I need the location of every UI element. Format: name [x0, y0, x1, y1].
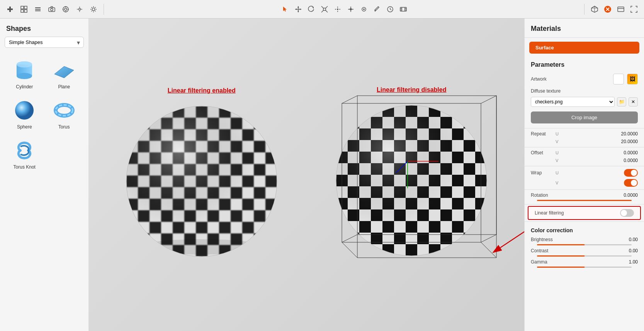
window-icon[interactable]	[615, 4, 626, 15]
svg-line-37	[321, 10, 323, 12]
svg-marker-29	[297, 6, 299, 8]
target-icon[interactable]	[60, 4, 71, 15]
surface-button[interactable]: Surface	[529, 42, 639, 54]
torus-label: Torus	[58, 124, 70, 130]
wrap-u-row: Wrap U	[525, 168, 644, 178]
svg-marker-33	[312, 7, 314, 9]
separator-5	[525, 166, 644, 166]
camera-icon[interactable]	[46, 4, 57, 15]
svg-rect-7	[35, 9, 41, 10]
rotation-value: 0.0000	[556, 193, 638, 198]
svg-rect-182	[336, 105, 348, 117]
gamma-value: 1.00	[629, 259, 638, 265]
shape-item-sphere[interactable]: Sphere	[6, 96, 43, 133]
left-panel: Shapes Simple Shapes	[0, 19, 89, 331]
gamma-slider[interactable]	[525, 266, 644, 269]
svg-point-71	[17, 61, 32, 68]
svg-rect-91	[126, 129, 138, 141]
svg-rect-4	[21, 10, 24, 12]
repeat-v-row: V 20.0000	[525, 138, 644, 145]
repeat-v-value: 20.0000	[562, 139, 638, 144]
svg-point-39	[337, 8, 338, 10]
sphere-left-container: Linear filtering enabled	[121, 87, 283, 262]
svg-rect-6	[35, 7, 41, 8]
diffuse-label: Diffuse texture	[531, 88, 561, 94]
repeat-u-value: 20.0000	[562, 131, 638, 137]
wrap-u-label: U	[556, 171, 561, 175]
cube-icon[interactable]	[589, 4, 600, 15]
svg-rect-78	[126, 106, 138, 118]
svg-rect-90	[254, 118, 265, 129]
linear-filtering-toggle[interactable]	[620, 209, 634, 217]
svg-rect-156	[126, 245, 138, 257]
svg-point-18	[92, 8, 95, 10]
contrast-row: Contrast 0.00	[525, 247, 644, 255]
shape-item-cylinder[interactable]: Cylinder	[6, 56, 43, 93]
sphere-right-svg	[330, 100, 493, 262]
crop-image-button[interactable]: Crop image	[531, 111, 638, 123]
add-icon[interactable]	[5, 4, 15, 15]
shape-item-torus[interactable]: Torus	[46, 96, 83, 133]
svg-point-267	[336, 105, 487, 256]
shape-item-plane[interactable]: Plane	[46, 56, 83, 93]
menu-icon[interactable]	[32, 4, 43, 15]
artwork-row: Artwork 🖼	[525, 71, 644, 87]
svg-rect-253	[475, 221, 487, 233]
svg-rect-53	[400, 7, 406, 11]
svg-rect-266	[475, 244, 487, 256]
wrap-u-toggle[interactable]	[624, 169, 638, 177]
separator-2	[584, 4, 585, 15]
offset-v-label: V	[556, 158, 561, 163]
separator-6	[525, 189, 644, 190]
cylinder-label: Cylinder	[16, 84, 33, 90]
artwork-empty-button[interactable]	[613, 74, 624, 84]
brightness-slider[interactable]	[525, 243, 644, 247]
artwork-image-button[interactable]: 🖼	[627, 74, 638, 84]
linear-filtering-row: Linear filtering	[528, 206, 641, 220]
wrap-v-toggle[interactable]	[624, 179, 638, 187]
pivot-icon[interactable]	[345, 4, 356, 15]
svg-rect-1	[7, 8, 13, 10]
shape-selector[interactable]: Simple Shapes	[5, 37, 84, 48]
main-layout: Shapes Simple Shapes	[0, 19, 644, 331]
pen-icon[interactable]	[372, 4, 382, 15]
rotation-slider[interactable]	[525, 199, 644, 203]
shape-select[interactable]: Simple Shapes	[5, 37, 84, 48]
camera2-icon[interactable]	[359, 4, 369, 15]
parameters-section: Parameters Artwork 🖼 Diffuse texture che…	[525, 57, 644, 272]
offset-u-label: U	[556, 150, 561, 155]
film-icon[interactable]	[398, 4, 409, 15]
rotation-row: Rotation 0.0000	[525, 191, 644, 199]
svg-point-163	[126, 106, 277, 257]
repeat-label: Repeat	[531, 131, 554, 137]
fullscreen-icon[interactable]	[629, 4, 639, 15]
time-icon[interactable]	[385, 4, 396, 15]
svg-marker-31	[295, 8, 297, 10]
transform-icon[interactable]	[332, 4, 343, 15]
plane-label: Plane	[58, 84, 70, 90]
svg-line-23	[92, 7, 92, 8]
svg-rect-79	[150, 106, 161, 118]
diffuse-select-row: checkers.png 📁 ✕	[525, 95, 644, 108]
separator-1	[104, 4, 104, 15]
svg-rect-189	[348, 117, 359, 128]
svg-rect-187	[452, 105, 464, 117]
shape-item-torus-knot[interactable]: Torus Knot	[6, 136, 43, 173]
settings-icon[interactable]	[74, 4, 85, 15]
diffuse-clear-button[interactable]: ✕	[629, 97, 638, 106]
diffuse-select[interactable]: checkers.png	[531, 97, 615, 107]
grid-icon[interactable]	[19, 4, 29, 15]
shapes-title: Shapes	[0, 19, 88, 37]
materials-title: Materials	[525, 19, 644, 38]
diffuse-folder-button[interactable]: 📁	[617, 97, 626, 106]
tool-icons	[109, 4, 579, 15]
move-tool-icon[interactable]	[293, 4, 304, 15]
contrast-slider[interactable]	[525, 255, 644, 258]
close-orange-icon[interactable]	[602, 4, 613, 15]
offset-v-row: V 0.0000	[525, 157, 644, 164]
rotate-tool-icon[interactable]	[306, 4, 317, 15]
svg-rect-83	[242, 106, 254, 118]
scale-tool-icon[interactable]	[319, 4, 330, 15]
sun-icon[interactable]	[88, 4, 99, 15]
cursor-tool-icon[interactable]	[280, 4, 291, 15]
